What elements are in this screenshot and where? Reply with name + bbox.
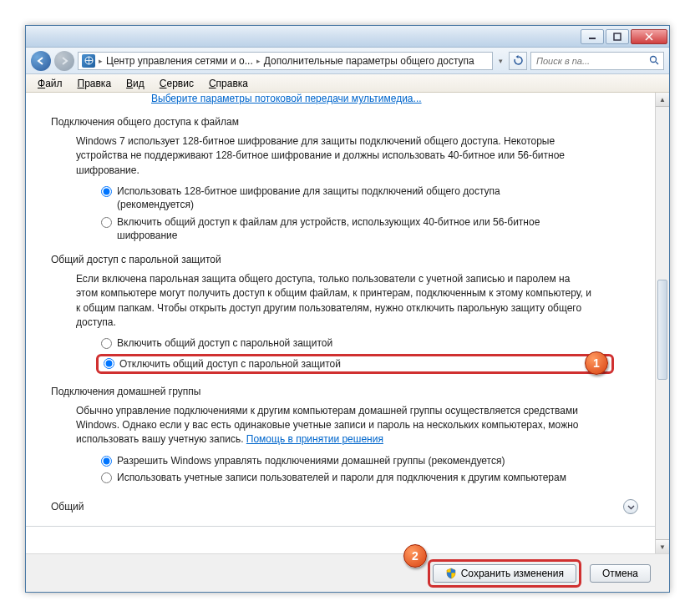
highlight-save: Сохранить изменения	[428, 559, 581, 588]
radio-128bit[interactable]: Использовать 128-битное шифрование для з…	[101, 184, 569, 211]
back-button[interactable]	[31, 51, 51, 71]
radio-windows-manage[interactable]: Разрешить Windows управлять подключениям…	[101, 454, 569, 467]
menu-edit[interactable]: Правка	[71, 76, 119, 91]
menu-view[interactable]: Вид	[119, 76, 151, 91]
shield-icon	[445, 568, 457, 579]
radio-128bit-input[interactable]	[101, 186, 112, 197]
settings-pane: Выберите параметры потоковой передачи му…	[26, 93, 655, 553]
radio-windows-manage-input[interactable]	[101, 456, 112, 467]
scroll-thumb[interactable]	[657, 280, 667, 380]
explorer-window: ▸ Центр управления сетями и о... ▸ Допол…	[25, 25, 670, 593]
scroll-up-button[interactable]: ▲	[656, 93, 669, 107]
maximize-button[interactable]	[606, 29, 629, 44]
radio-enable-password-input[interactable]	[101, 338, 112, 349]
profile-expander-label: Общий	[51, 501, 84, 512]
save-button-label: Сохранить изменения	[461, 568, 564, 579]
maximize-icon	[613, 33, 621, 41]
minimize-button[interactable]	[581, 29, 604, 44]
svg-rect-1	[614, 33, 621, 40]
profile-expander[interactable]: Общий	[51, 499, 638, 514]
chevron-right-icon: ▸	[256, 57, 261, 65]
cancel-button[interactable]: Отмена	[590, 564, 651, 583]
svg-line-6	[656, 62, 658, 64]
menu-bar: Файл Правка Вид Сервис Справка	[26, 74, 669, 93]
separator	[26, 526, 655, 527]
close-button[interactable]	[631, 29, 667, 44]
network-icon	[82, 54, 95, 68]
chevron-right-icon: ▸	[99, 57, 103, 65]
section-homegroup-body: Обычно управление подключениями к другим…	[76, 404, 594, 447]
section-password-head: Общий доступ с парольной защитой	[51, 254, 638, 265]
title-bar	[26, 26, 669, 48]
radio-128bit-label: Использовать 128-битное шифрование для з…	[117, 184, 569, 211]
cancel-button-label: Отмена	[602, 568, 638, 579]
section-password-body: Если включена парольная защита общего до…	[76, 272, 594, 331]
callout-2: 2	[403, 544, 427, 568]
radio-user-accounts-label: Использовать учетные записи пользователе…	[117, 471, 566, 484]
menu-file[interactable]: Файл	[31, 76, 69, 91]
refresh-icon	[513, 55, 524, 66]
footer-bar: 2 Сохранить изменения Отмена	[26, 553, 669, 592]
radio-40-56bit-input[interactable]	[101, 217, 112, 228]
save-button[interactable]: Сохранить изменения	[433, 564, 576, 583]
minimize-icon	[588, 33, 596, 41]
radio-disable-password-label: Отключить общий доступ с парольной защит…	[119, 358, 341, 370]
scroll-track[interactable]	[656, 107, 669, 539]
refresh-button[interactable]	[509, 52, 527, 70]
breadcrumb-part1[interactable]: Центр управления сетями и о...	[106, 55, 253, 67]
address-bar: ▸ Центр управления сетями и о... ▸ Допол…	[26, 48, 669, 74]
close-icon	[645, 33, 653, 41]
content-area: Выберите параметры потоковой передачи му…	[26, 93, 669, 553]
menu-tools[interactable]: Сервис	[153, 76, 200, 91]
scroll-down-button[interactable]: ▼	[656, 539, 669, 553]
section-file-sharing-body: Windows 7 использует 128-битное шифрован…	[76, 134, 594, 178]
callout-1: 1	[585, 351, 608, 375]
arrow-right-icon	[59, 56, 69, 66]
radio-user-accounts[interactable]: Использовать учетные записи пользователе…	[101, 471, 569, 484]
radio-40-56bit[interactable]: Включить общий доступ к файлам для устро…	[101, 215, 569, 242]
section-homegroup-head: Подключения домашней группы	[51, 386, 638, 397]
highlight-disable-password: Отключить общий доступ с парольной защит…	[96, 354, 614, 374]
search-icon	[649, 55, 660, 66]
search-box[interactable]	[530, 52, 664, 70]
radio-user-accounts-input[interactable]	[101, 472, 112, 483]
dropdown-chevron-icon[interactable]: ▾	[496, 57, 505, 65]
breadcrumb-part2[interactable]: Дополнительные параметры общего доступа	[264, 55, 474, 67]
chevron-down-icon[interactable]	[623, 499, 638, 514]
radio-windows-manage-label: Разрешить Windows управлять подключениям…	[117, 454, 505, 467]
svg-point-5	[651, 57, 657, 63]
media-streaming-link[interactable]: Выберите параметры потоковой передачи му…	[151, 93, 638, 104]
radio-40-56bit-label: Включить общий доступ к файлам для устро…	[117, 215, 569, 242]
radio-enable-password-label: Включить общий доступ с парольной защито…	[117, 336, 332, 350]
menu-help[interactable]: Справка	[202, 76, 255, 91]
search-input[interactable]	[535, 55, 646, 67]
forward-button[interactable]	[54, 51, 74, 71]
breadcrumb[interactable]: ▸ Центр управления сетями и о... ▸ Допол…	[78, 52, 493, 70]
radio-disable-password-input[interactable]	[104, 358, 114, 369]
section-file-sharing-head: Подключения общего доступа к файлам	[51, 116, 638, 128]
arrow-left-icon	[36, 56, 46, 66]
vertical-scrollbar[interactable]: ▲ ▼	[655, 93, 669, 553]
help-decision-link[interactable]: Помощь в принятии решения	[246, 433, 383, 445]
radio-enable-password[interactable]: Включить общий доступ с парольной защито…	[101, 336, 569, 350]
